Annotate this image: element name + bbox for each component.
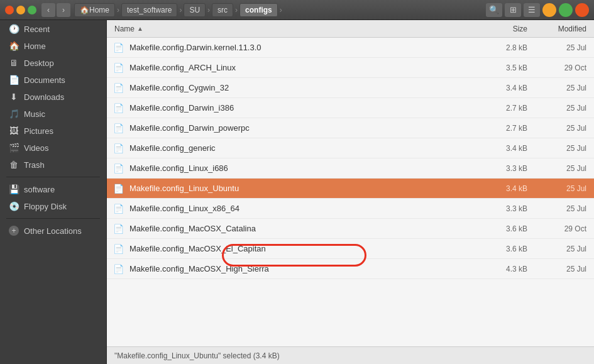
file-icon-cell: 📄 [107,43,129,53]
main-layout: 🕐 Recent 🏠 Home 🖥 Desktop 📄 Documents ⬇ … [0,20,594,364]
file-icon: 📄 [113,123,124,133]
sidebar-item-other-locations[interactable]: + Other Locations [3,223,104,239]
close-button[interactable] [5,6,14,14]
file-name-cell: Makefile.config_Linux_Ubuntu [129,184,487,193]
desktop-icon: 🖥 [9,58,19,68]
file-date-cell: 25 Jul [537,164,594,173]
sidebar-item-videos[interactable]: 🎬 Videos [3,140,104,156]
breadcrumb: 🏠 Home › test_software › SU › src › conf… [74,3,481,17]
sidebar-item-music[interactable]: 🎵 Music [3,106,104,122]
file-row[interactable]: 📄 Makefile.config_MacOSX_Catalina 3.6 kB… [107,219,594,239]
modified-column-header[interactable]: Modified [537,25,594,33]
music-icon: 🎵 [9,109,19,119]
column-headers: Name ▲ Size Modified [107,20,594,38]
file-icon-cell: 📄 [107,103,129,113]
file-icon-cell: 📄 [107,163,129,174]
file-icon-cell: 📄 [107,123,129,133]
wm-maximize-button[interactable] [559,3,573,17]
file-size-cell: 2.7 kB [487,124,537,133]
file-date-cell: 25 Jul [537,184,594,193]
file-row[interactable]: 📄 Makefile.config_Darwin_powerpc 2.7 kB … [107,118,594,138]
file-icon: 📄 [113,43,124,53]
breadcrumb-sep-2: › [179,6,182,14]
titlebar-actions: 🔍 ⊞ ☰ [486,3,589,17]
sidebar-divider-2 [6,218,100,219]
file-row[interactable]: 📄 Makefile.config_Linux_i686 3.3 kB 25 J… [107,158,594,179]
wm-close-button[interactable] [575,3,589,17]
file-size-cell: 3.4 kB [487,144,537,153]
file-icon: 📄 [113,224,124,234]
file-name-cell: Makefile.config_Darwin_powerpc [129,123,487,133]
file-size-cell: 3.5 kB [487,63,537,72]
back-button[interactable]: ‹ [41,3,55,17]
file-icon-cell: 📄 [107,204,129,214]
maximize-button[interactable] [28,6,36,14]
file-icon-cell: 📄 [107,143,129,153]
file-icon-cell: 📄 [107,224,129,234]
pictures-icon: 🖼 [9,126,19,136]
sidebar-item-home[interactable]: 🏠 Home [3,38,104,54]
sidebar: 🕐 Recent 🏠 Home 🖥 Desktop 📄 Documents ⬇ … [0,20,107,364]
sidebar-item-software[interactable]: 💾 software [3,181,104,197]
floppy-icon: 💿 [9,201,19,211]
file-row[interactable]: 📄 Makefile.config_ARCH_Linux 3.5 kB 29 O… [107,58,594,78]
name-column-header[interactable]: Name ▲ [107,25,487,33]
file-name-cell: Makefile.config_Darwin_i386 [129,103,487,113]
breadcrumb-su[interactable]: SU [184,3,206,17]
sidebar-item-documents[interactable]: 📄 Documents [3,72,104,88]
breadcrumb-configs[interactable]: configs [239,3,278,17]
file-icon-cell: 📄 [107,184,129,194]
file-date-cell: 25 Jul [537,84,594,92]
file-date-cell: 25 Jul [537,245,594,253]
file-size-cell: 2.7 kB [487,104,537,113]
file-icon-cell: 📄 [107,83,129,93]
breadcrumb-src[interactable]: src [212,3,233,17]
file-icon: 📄 [113,63,124,73]
file-row[interactable]: 📄 Makefile.config_Linux_Ubuntu 3.4 kB 25… [107,179,594,199]
file-row[interactable]: 📄 Makefile.config_Linux_x86_64 3.3 kB 25… [107,199,594,219]
file-size-cell: 4.3 kB [487,265,537,273]
sidebar-item-floppy[interactable]: 💿 Floppy Disk [3,198,104,214]
breadcrumb-sep-4: › [234,6,238,14]
wm-minimize-button[interactable] [542,3,556,17]
breadcrumb-home[interactable]: 🏠 Home [74,3,115,17]
view-toggle-button[interactable]: ⊞ [505,3,521,17]
forward-button[interactable]: › [57,3,70,17]
file-row[interactable]: 📄 Makefile.config.Darwin.kernel.11.3.0 2… [107,38,594,58]
sidebar-item-recent[interactable]: 🕐 Recent [3,21,104,37]
size-column-header[interactable]: Size [487,25,537,33]
file-name-cell: Makefile.config_MacOSX_El_Capitan [129,244,487,253]
sidebar-divider-1 [6,177,100,177]
sidebar-item-downloads[interactable]: ⬇ Downloads [3,89,104,105]
file-row[interactable]: 📄 Makefile.config_generic 3.4 kB 25 Jul [107,138,594,158]
file-date-cell: 29 Oct [537,224,594,233]
breadcrumb-test-software[interactable]: test_software [121,3,177,17]
documents-icon: 📄 [9,75,19,85]
file-row[interactable]: 📄 Makefile.config_MacOSX_High_Sierra 4.3… [107,259,594,279]
file-row[interactable]: 📄 Makefile.config_Darwin_i386 2.7 kB 25 … [107,98,594,118]
file-row[interactable]: 📄 Makefile.config_MacOSX_El_Capitan 3.6 … [107,239,594,259]
sidebar-item-desktop[interactable]: 🖥 Desktop [3,55,104,71]
sidebar-item-trash[interactable]: 🗑 Trash [3,157,104,173]
file-size-cell: 3.6 kB [487,245,537,253]
file-size-cell: 3.6 kB [487,224,537,233]
search-button[interactable]: 🔍 [486,3,502,17]
titlebar: ‹ › 🏠 Home › test_software › SU › src › … [0,0,594,20]
file-icon: 📄 [113,83,124,93]
file-row[interactable]: 📄 Makefile.config_Cygwin_32 3.4 kB 25 Ju… [107,78,594,98]
file-date-cell: 25 Jul [537,265,594,273]
file-name-cell: Makefile.config_Cygwin_32 [129,83,487,92]
minimize-button[interactable] [16,6,25,14]
file-date-cell: 29 Oct [537,63,594,72]
file-name-cell: Makefile.config_MacOSX_High_Sierra [129,264,487,273]
home-sidebar-icon: 🏠 [9,41,19,51]
menu-button[interactable]: ☰ [524,3,540,17]
file-icon-cell: 📄 [107,63,129,73]
file-icon: 📄 [113,264,124,274]
file-date-cell: 25 Jul [537,43,594,52]
sidebar-item-pictures[interactable]: 🖼 Pictures [3,123,104,139]
file-list: 📄 Makefile.config.Darwin.kernel.11.3.0 2… [107,38,594,346]
navigation-arrows: ‹ › [41,3,70,17]
file-date-cell: 25 Jul [537,204,594,213]
file-size-cell: 3.3 kB [487,204,537,213]
